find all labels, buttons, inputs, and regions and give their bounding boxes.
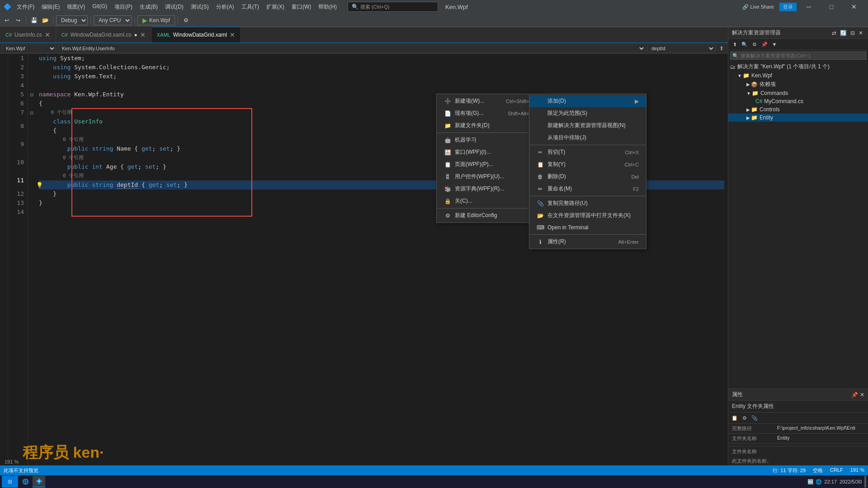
- ctx2-openexplorer-label: 在文件资源管理器中打开文件夹(X): [547, 212, 631, 219]
- ctx1-item-ml[interactable]: 🤖 机器学习: [437, 134, 540, 146]
- taskbar-chrome[interactable]: 🌐: [19, 476, 32, 488]
- tab-1-close[interactable]: ✕: [140, 31, 146, 38]
- ctx2-item-scope[interactable]: 限定为此范围(S): [529, 107, 646, 119]
- rp-toolbar-btn3[interactable]: ⚙: [750, 40, 759, 49]
- ctx1-item-close[interactable]: 🔒 关(C)...: [437, 195, 540, 207]
- tree-item-deps[interactable]: ▶ 📦 依赖项: [728, 80, 868, 89]
- debug-mode-dropdown[interactable]: Debug: [56, 15, 88, 25]
- menu-tools[interactable]: 工具(T): [238, 1, 263, 13]
- tree-item-commands[interactable]: ▼ 📁 Commands: [728, 89, 868, 97]
- props-close-btn[interactable]: ✕: [860, 392, 864, 398]
- ctx1-item-resdict[interactable]: 📚 资源字典(WPF)(R)...: [437, 183, 540, 195]
- rp-toolbar-btn1[interactable]: ⬆: [730, 40, 739, 49]
- platform-dropdown[interactable]: Any CPU: [94, 15, 132, 25]
- controls-label: Controls: [760, 106, 780, 113]
- status-encoding[interactable]: 空格: [813, 467, 823, 474]
- menu-debug[interactable]: 调试(D): [161, 1, 187, 13]
- ctx1-item-editorconfig[interactable]: ⚙ 新建 EditorConfig: [437, 209, 540, 222]
- ctx2-item-properties[interactable]: ℹ 属性(R) Alt+Enter: [529, 236, 646, 248]
- ctx1-item-window[interactable]: 🪟 窗口(WPF)(I)...: [437, 146, 540, 158]
- ctx1-item-new[interactable]: ➕ 新建项(W)... Ctrl+Shift+A: [437, 95, 540, 107]
- menu-extensions[interactable]: 扩展(X): [263, 1, 288, 13]
- ctx2-item-exclude[interactable]: 从项目中排除(J): [529, 132, 646, 144]
- project-arrow: ▼: [737, 73, 742, 78]
- tab-0-close[interactable]: ✕: [45, 31, 50, 38]
- props-pin-btn[interactable]: 📌: [851, 392, 858, 398]
- rp-collapse-btn[interactable]: ⊟: [849, 30, 856, 36]
- tree-item-entity[interactable]: ▶ 📁 Entity: [728, 114, 868, 122]
- menu-test[interactable]: 测试(S): [187, 1, 212, 13]
- status-position[interactable]: 行: 11 字符: 29: [773, 467, 806, 474]
- toolbar-undo[interactable]: ↩: [2, 15, 12, 25]
- menu-git[interactable]: Git(G): [89, 1, 111, 13]
- ctx1-ml-label: 机器学习: [455, 136, 476, 144]
- lightbulb-icon[interactable]: 💡: [35, 180, 43, 190]
- menu-view[interactable]: 视图(V): [63, 1, 89, 13]
- ctx2-item-cut[interactable]: ✂ 剪切(T) Ctrl+X: [529, 146, 646, 158]
- toolbar-redo[interactable]: ↪: [13, 15, 23, 25]
- menu-analyze[interactable]: 分析(A): [212, 1, 238, 13]
- status-zoom[interactable]: 191 %: [850, 467, 864, 474]
- props-btn2[interactable]: ⚙: [740, 413, 749, 422]
- line-num-6: 6: [8, 99, 24, 108]
- solution-root[interactable]: 🗂 解决方案 "Ken.Wpf" (1 个项目/共 1 个): [728, 62, 868, 71]
- props-btn1[interactable]: 📋: [730, 413, 739, 422]
- rp-sync-btn[interactable]: ⇄: [830, 30, 838, 36]
- run-btn[interactable]: ▶ Ken.Wpf: [137, 15, 175, 25]
- restore-btn[interactable]: □: [821, 0, 842, 14]
- status-line-ending[interactable]: CRLF: [830, 467, 843, 474]
- tab-2-close[interactable]: ✕: [230, 31, 235, 38]
- ctx2-scope-label: 限定为此范围(S): [547, 109, 587, 117]
- ctx1-item-folder[interactable]: 📁 新建文件夹(D): [437, 119, 540, 132]
- project-root[interactable]: ▼ 📁 Ken.Wpf: [728, 71, 868, 80]
- rp-toolbar-btn4[interactable]: 📌: [760, 40, 769, 49]
- toolbar-open[interactable]: 📂: [40, 15, 50, 25]
- member-dropdown[interactable]: deptId: [647, 44, 715, 53]
- rp-refresh-btn[interactable]: 🔄: [839, 30, 848, 36]
- tab-2[interactable]: XAML WindowDataGrid.xaml ✕: [151, 27, 241, 43]
- ctx2-item-terminal[interactable]: ⌨ Open in Terminal: [529, 222, 646, 233]
- props-btn3[interactable]: 📎: [750, 413, 759, 422]
- tree-item-controls[interactable]: ▶ 📁 Controls: [728, 105, 868, 114]
- close-btn[interactable]: ✕: [844, 0, 864, 14]
- solution-search-input[interactable]: [741, 52, 866, 59]
- menu-file[interactable]: 文件(F): [13, 1, 38, 13]
- menu-edit[interactable]: 编辑(E): [38, 1, 63, 13]
- min-btn[interactable]: ─: [798, 0, 819, 14]
- ctx1-item-userctrl[interactable]: 🎛 用户控件(WPF)(U)...: [437, 171, 540, 183]
- signin-btn[interactable]: 登录: [779, 3, 797, 11]
- nav-expand-btn[interactable]: ⬆: [717, 44, 726, 53]
- search-box[interactable]: 🔍: [730, 52, 866, 60]
- menu-project[interactable]: 项目(P): [111, 1, 136, 13]
- menu-window[interactable]: 窗口(W): [288, 1, 315, 13]
- rp-toolbar-btn5[interactable]: ▼: [770, 40, 779, 49]
- tab-1[interactable]: C# WindowDataGrid.xaml.cs ● ✕: [56, 27, 151, 43]
- taskbar-start[interactable]: ⊞: [2, 476, 18, 488]
- ctx2-item-copy[interactable]: 📋 复制(Y) Ctrl+C: [529, 158, 646, 171]
- live-share[interactable]: 🔗 Live Share: [739, 3, 778, 11]
- ctx2-item-openexplorer[interactable]: 📂 在文件资源管理器中打开文件夹(X): [529, 209, 646, 222]
- show-desktop-btn[interactable]: [864, 476, 866, 488]
- rp-toolbar-btn2[interactable]: 🔍: [740, 40, 749, 49]
- project-dropdown[interactable]: Ken.Wpf: [2, 44, 56, 53]
- namespace-dropdown[interactable]: Ken.Wpf.Entity.UserInfo: [58, 44, 646, 53]
- ctx1-existing-icon: 📄: [444, 110, 451, 117]
- ctx2-item-copypath[interactable]: 📎 复制完整路径(U): [529, 197, 646, 209]
- line-num-13: 13: [8, 199, 24, 208]
- menu-build[interactable]: 生成(B): [136, 1, 161, 13]
- ctx2-item-newview[interactable]: 新建解决方案资源管理器视图(N): [529, 119, 646, 132]
- ctx2-item-add[interactable]: 添加(D) ▶: [529, 95, 646, 107]
- title-search[interactable]: 🔍 搜索 (Ctrl+Q): [348, 2, 438, 12]
- ctx2-item-delete[interactable]: 🗑 删除(D) Del: [529, 171, 646, 183]
- ctx2-item-rename[interactable]: ✏ 重命名(M) F2: [529, 183, 646, 195]
- toolbar-extra[interactable]: ⚙: [181, 15, 191, 25]
- rp-close-btn[interactable]: ✕: [857, 30, 864, 36]
- toolbar-save[interactable]: 💾: [29, 15, 39, 25]
- ctx1-item-page[interactable]: 📋 页面(WPF)(P)...: [437, 158, 540, 171]
- menu-help[interactable]: 帮助(H): [315, 1, 340, 13]
- ctx1-item-existing[interactable]: 📄 现有项(G)... Shift+Alt+A: [437, 107, 540, 119]
- taskbar-vs[interactable]: 💠: [33, 476, 45, 488]
- tab-0[interactable]: C# UserInfo.cs ✕: [0, 27, 56, 43]
- tree-item-mycommand[interactable]: C# MyCommand.cs: [728, 97, 868, 105]
- solution-icon: 🗂: [730, 64, 736, 70]
